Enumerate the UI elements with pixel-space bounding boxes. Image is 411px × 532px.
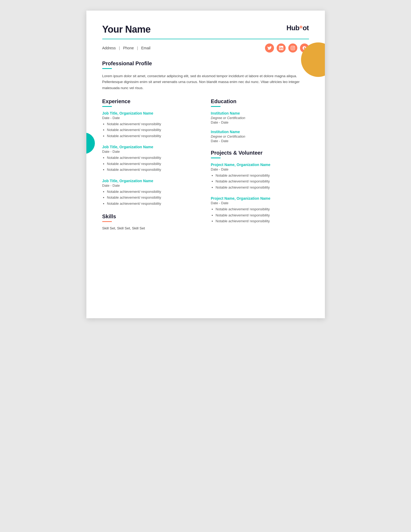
education-underline [211,106,220,107]
job-2-date: Date - Date [102,150,200,154]
projects-heading: Projects & Volunteer [211,150,309,156]
project-1: Project Name, Organization Name Date - D… [211,163,309,190]
job-1: Job Title, Organization Name Date - Date… [102,111,200,139]
project-1-achievement-3: Notable achievement/ responsibility [216,185,309,190]
job-3-achievement-2: Notable achievement/ responsibility [107,195,200,200]
job-1-title: Job Title, Organization Name [102,111,200,115]
project-2-achievement-2: Notable achievement/ responsibility [216,213,309,218]
left-column: Experience Job Title, Organization Name … [102,98,200,231]
social-icons [265,43,309,53]
skills-section: Skills Skill Set, Skill Set, Skill Set [102,213,200,230]
profile-underline [102,68,112,69]
education-section: Education Institution Name Degree or Cer… [211,98,309,143]
job-1-achievement-3: Notable achievement/ responsibility [107,133,200,139]
linkedin-icon[interactable] [277,43,286,53]
job-1-achievement-1: Notable achievement/ responsibility [107,121,200,127]
project-2: Project Name, Organization Name Date - D… [211,196,309,224]
edu-1: Institution Name Degree or Certification… [211,111,309,124]
edu-1-degree: Degree or Certification [211,116,309,120]
divider-1: | [119,46,120,50]
projects-section: Projects & Volunteer Project Name, Organ… [211,150,309,224]
resume-page: Your Name Hubot Address | Phone | Email [86,11,325,318]
edu-2-degree: Degree or Certification [211,134,309,138]
job-3-date: Date - Date [102,184,200,187]
job-2: Job Title, Organization Name Date - Date… [102,145,200,172]
job-2-achievement-3: Notable achievement/ responsibility [107,167,200,172]
experience-heading: Experience [102,98,200,104]
project-1-name: Project Name, Organization Name [211,163,309,167]
job-2-achievement-2: Notable achievement/ responsibility [107,161,200,167]
edu-2-institution: Institution Name [211,130,309,134]
twitter-icon[interactable] [265,43,274,53]
hubspot-dot [300,26,302,28]
project-1-achievements: Notable achievement/ responsibility Nota… [211,173,309,190]
project-2-name: Project Name, Organization Name [211,196,309,200]
project-1-achievement-1: Notable achievement/ responsibility [216,173,309,178]
instagram-icon[interactable] [288,43,297,53]
job-1-date: Date - Date [102,116,200,120]
contact-row: Address | Phone | Email [102,43,309,53]
job-2-achievements: Notable achievement/ responsibility Nota… [102,155,200,172]
job-2-title: Job Title, Organization Name [102,145,200,149]
job-3-achievement-3: Notable achievement/ responsibility [107,201,200,206]
job-3-title: Job Title, Organization Name [102,179,200,183]
projects-underline [211,158,220,158]
experience-underline [102,106,112,107]
right-column: Education Institution Name Degree or Cer… [211,98,309,231]
project-2-date: Date - Date [211,201,309,205]
phone-label: Phone [123,46,134,50]
candidate-name: Your Name [102,24,151,35]
header: Your Name Hubot [102,24,309,35]
profile-heading: Professional Profile [102,60,309,67]
edu-2: Institution Name Degree or Certification… [211,130,309,143]
deco-leaf [86,133,95,154]
skills-list: Skill Set, Skill Set, Skill Set [102,226,200,230]
project-2-achievement-1: Notable achievement/ responsibility [216,207,309,212]
edu-2-date: Date - Date [211,139,309,143]
edu-1-institution: Institution Name [211,111,309,115]
email-label: Email [141,46,151,50]
job-3: Job Title, Organization Name Date - Date… [102,179,200,206]
job-2-achievement-1: Notable achievement/ responsibility [107,155,200,160]
job-3-achievements: Notable achievement/ responsibility Nota… [102,189,200,206]
two-column-layout: Experience Job Title, Organization Name … [102,98,309,231]
divider-2: | [137,46,138,50]
hubspot-logo: Hubot [286,24,309,32]
skills-underline [102,221,112,222]
profile-section: Professional Profile Lorem ipsum dolor s… [102,60,309,91]
header-divider [102,39,309,39]
experience-section: Experience Job Title, Organization Name … [102,98,200,206]
profile-text: Lorem ipsum dolor sit amet, consectetur … [102,73,309,91]
job-1-achievements: Notable achievement/ responsibility Nota… [102,121,200,139]
education-heading: Education [211,98,309,104]
job-1-achievement-2: Notable achievement/ responsibility [107,127,200,133]
skills-heading: Skills [102,213,200,220]
job-3-achievement-1: Notable achievement/ responsibility [107,189,200,194]
project-2-achievements: Notable achievement/ responsibility Nota… [211,207,309,224]
edu-1-date: Date - Date [211,120,309,124]
project-2-achievement-3: Notable achievement/ responsibility [216,219,309,224]
project-1-achievement-2: Notable achievement/ responsibility [216,179,309,184]
address-label: Address [102,46,116,50]
contact-info: Address | Phone | Email [102,46,151,50]
project-1-date: Date - Date [211,167,309,171]
